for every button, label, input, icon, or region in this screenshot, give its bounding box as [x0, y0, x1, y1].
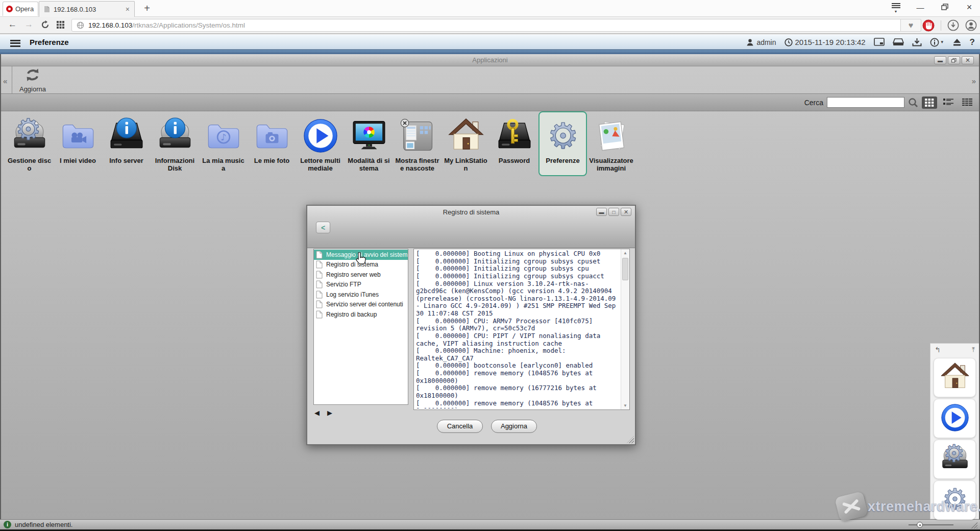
browser-minimize-button[interactable]: —: [915, 3, 926, 12]
dock-pin-icon[interactable]: ⤒: [972, 346, 975, 354]
eject-icon[interactable]: [952, 38, 962, 46]
user-indicator[interactable]: admin: [746, 38, 776, 46]
log-category-item[interactable]: Servizio server dei contenuti: [314, 300, 408, 310]
dialog-close-button[interactable]: ✕: [621, 208, 631, 216]
app-icon-mostra-finestre-nascoste[interactable]: Mostra finestre nascoste: [393, 111, 442, 176]
screen: Opera 192.168.0.103 × + ▼ — × ← → 192.16…: [0, 0, 980, 531]
url-field[interactable]: 192.168.0.103/rtknas2/Applications/Syste…: [71, 19, 901, 32]
dock-tile-disk-management[interactable]: ⚙: [934, 440, 976, 479]
app-icons-grid: ⚙Gestione discoI miei videoInfo serverIn…: [5, 111, 635, 176]
app-icon-le-mie-foto[interactable]: Le mie foto: [248, 111, 296, 176]
dialog-resize-grip[interactable]: [627, 436, 634, 443]
search-icon[interactable]: [908, 98, 918, 108]
log-text[interactable]: [ 0.000000] Booting Linux on physical CP…: [416, 250, 619, 408]
monitor-icon: [350, 116, 388, 155]
reload-icon[interactable]: [41, 20, 50, 32]
app-icon-info-server[interactable]: Info server: [102, 111, 151, 176]
applications-toolbar: « Aggiorna »: [1, 66, 979, 93]
log-category-item[interactable]: Log servizio iTunes: [314, 289, 408, 300]
nas-accent-stripe: [0, 50, 980, 54]
app-label: Preferenze: [541, 157, 585, 167]
dock-tile-my-linkstation[interactable]: [934, 358, 976, 397]
scroll-down-icon[interactable]: ▼: [621, 402, 629, 409]
app-icon-lettore-multimediale[interactable]: Lettore multimediale: [296, 111, 345, 176]
dialog-maximize-button[interactable]: □: [608, 208, 619, 216]
clock-indicator: 2015-11-19 20:13:42: [785, 38, 866, 46]
browser-window-controls: ▼ — ×: [890, 2, 975, 13]
log-category-item[interactable]: Registro di sistema: [314, 260, 408, 270]
dialog-titlebar[interactable]: Registro di sistema ▬ □ ✕ <: [307, 206, 635, 248]
opera-menu-button[interactable]: Opera: [3, 2, 38, 16]
scrollbar-thumb[interactable]: [622, 258, 628, 280]
app-icon-visualizzatore-immagini[interactable]: Visualizzatore immagini: [587, 111, 635, 176]
window-resize-grip[interactable]: [970, 521, 977, 528]
app-icon-i-miei-video[interactable]: I miei video: [54, 111, 102, 176]
forward-icon[interactable]: →: [24, 19, 33, 30]
browser-menu-icon[interactable]: ▼: [890, 2, 901, 13]
bookmark-heart-icon[interactable]: ♥: [901, 19, 921, 32]
info-dropdown[interactable]: ▼: [930, 38, 944, 47]
house-icon: [939, 361, 971, 395]
scroll-right-icon[interactable]: ▶: [327, 409, 332, 417]
app-icon-la-mia-musica[interactable]: ♪La mia musica: [199, 111, 248, 176]
browser-close-button[interactable]: ×: [964, 2, 975, 13]
app-label: Lettore multimediale: [298, 157, 343, 175]
dock-tile-media-player[interactable]: [934, 399, 976, 438]
dock-undo-icon[interactable]: ↰: [935, 346, 941, 354]
zoom-slider-knob[interactable]: [917, 522, 923, 528]
scroll-left-icon[interactable]: ◀: [314, 409, 320, 417]
app-icon-gestione-disco[interactable]: ⚙Gestione disco: [5, 111, 54, 176]
key-drive-icon: [495, 116, 534, 155]
search-input[interactable]: [827, 97, 904, 108]
collapse-right-chevron[interactable]: »: [972, 77, 976, 85]
divider: [12, 66, 12, 93]
clock-icon: [785, 38, 793, 46]
zoom-slider[interactable]: [909, 524, 953, 525]
app-icon-my-linkstation[interactable]: My LinkStation: [442, 111, 490, 176]
log-category-item[interactable]: Servizio FTP: [314, 280, 408, 290]
view-details-button[interactable]: [960, 96, 975, 109]
scroll-up-icon[interactable]: ▲: [621, 249, 629, 257]
refresh-tool-button[interactable]: Aggiorna: [14, 67, 51, 93]
browser-tab[interactable]: 192.168.0.103 ×: [39, 1, 135, 17]
new-tab-button[interactable]: +: [141, 3, 153, 14]
profile-icon[interactable]: [965, 19, 977, 31]
shortcut-dock: ↰ ⤒ ⚙⚙: [930, 343, 979, 519]
collapse-left-chevron[interactable]: «: [3, 77, 7, 85]
log-scrollbar[interactable]: ▲ ▼: [621, 249, 629, 409]
drive-tray-icon[interactable]: [893, 38, 904, 46]
view-list-button[interactable]: [941, 96, 956, 109]
view-grid-button[interactable]: [922, 96, 937, 109]
remote-window-icon[interactable]: [874, 38, 885, 46]
speed-dial-icon[interactable]: [57, 21, 64, 31]
log-category-item[interactable]: Registro server web: [314, 270, 408, 280]
browser-restore-button[interactable]: [939, 3, 950, 12]
refresh-button[interactable]: Aggiorna: [491, 420, 537, 433]
tab-close-icon[interactable]: ×: [126, 6, 130, 13]
log-category-item[interactable]: Registro di backup: [314, 309, 408, 320]
adblock-badge-icon[interactable]: [922, 19, 935, 32]
app-icon-modalit-di-sistema[interactable]: Modalità di sistema: [345, 111, 393, 176]
applications-titlebar[interactable]: Applicazioni ▬ ✕: [1, 54, 979, 66]
app-icon-preferenze[interactable]: ⚙Preferenze: [538, 111, 587, 176]
dialog-minimize-button[interactable]: ▬: [596, 208, 607, 216]
cancel-button[interactable]: Cancella: [437, 420, 483, 433]
dialog-back-button[interactable]: <: [316, 222, 330, 233]
dock-tile-preferences[interactable]: ⚙: [934, 480, 976, 520]
globe-icon: [77, 21, 84, 29]
app-icon-password[interactable]: Password: [490, 111, 538, 176]
log-category-item[interactable]: Messaggio di avvio del sistema: [314, 250, 408, 260]
restore-button[interactable]: [948, 56, 960, 64]
minimize-button[interactable]: ▬: [934, 56, 946, 64]
app-label: Info server: [104, 157, 149, 167]
downloads-icon[interactable]: [947, 19, 959, 31]
app-label: My LinkStation: [444, 157, 488, 175]
download-icon[interactable]: [912, 38, 922, 47]
close-button[interactable]: ✕: [962, 56, 974, 64]
back-icon[interactable]: ←: [8, 19, 17, 30]
app-icon-informazioni-disk[interactable]: Informazioni Disk: [151, 111, 199, 176]
help-icon[interactable]: ?: [970, 37, 975, 47]
log-line: [ 0.000000] Initializing cgroup subsys c…: [416, 258, 619, 266]
nas-menu-icon[interactable]: [10, 38, 20, 48]
drive-gear-icon: ⚙: [939, 443, 971, 476]
